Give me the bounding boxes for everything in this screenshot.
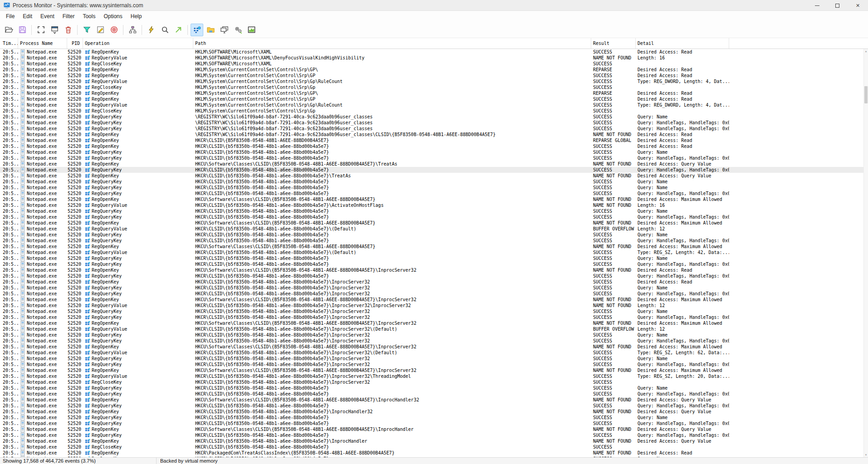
event-row[interactable]: 20:5...Notepad.exe52520RegOpenKey\REGIST… [0,132,868,137]
event-row[interactable]: 20:5...Notepad.exe52520RegOpenKeyHKCR\CL… [0,438,868,444]
event-row[interactable]: 20:5...Notepad.exe52520RegQueryValueHKLM… [0,102,868,108]
event-row[interactable]: 20:5...Notepad.exe52520RegQueryKeyHKCR\C… [0,432,868,438]
open-log-button[interactable] [2,24,15,36]
event-row[interactable]: 20:5...Notepad.exe52520RegQueryKeyHKCR\C… [0,208,868,214]
column-header-process-name[interactable]: Process Name [18,38,67,49]
event-row[interactable]: 20:5...Notepad.exe52520RegQueryKeyHKCR\C… [0,314,868,320]
column-header-pid[interactable]: PID [67,38,83,49]
column-header-detail[interactable]: Detail [636,38,729,49]
event-row[interactable]: 20:5...Notepad.exe52520RegOpenKeyHKCU\So… [0,426,868,432]
event-row[interactable]: 20:5...Notepad.exe52520RegCloseKeyHKLM\S… [0,84,868,90]
event-row[interactable]: 20:5...Notepad.exe52520RegOpenKeyHKCU\So… [0,220,868,226]
event-row[interactable]: 20:5...Notepad.exe52520RegOpenKeyHKCR\CL… [0,173,868,179]
event-row[interactable]: 20:5...Notepad.exe52520RegQueryKeyHKCR\C… [0,338,868,344]
event-row[interactable]: 20:5...Notepad.exe52520RegQueryValueHKCR… [0,303,868,308]
clear-display-button[interactable] [62,24,74,36]
show-process-tree-button[interactable] [126,24,139,36]
event-row[interactable]: 20:5...Notepad.exe52520RegQueryValueHKLM… [0,78,868,84]
event-row[interactable]: 20:5...Notepad.exe52520RegQueryValueHKCR… [0,373,868,379]
event-row[interactable]: 20:5...Notepad.exe52520RegOpenKeyHKCU\So… [0,196,868,202]
event-row[interactable]: 20:5...Notepad.exe52520RegQueryKey\REGIS… [0,114,868,120]
event-row[interactable]: 20:5...Notepad.exe52520RegOpenKeyHKCU\So… [0,367,868,373]
event-row-selected[interactable]: 20:5...Notepad.exe52520RegQueryKeyHKCR\C… [0,167,868,173]
capture-events-button[interactable] [34,24,47,36]
menu-options[interactable]: Options [99,12,126,21]
show-network-activity-button[interactable] [218,24,230,36]
event-row[interactable]: 20:5...Notepad.exe52520RegOpenKeyHKCU\So… [0,267,868,273]
column-header-path[interactable]: Path [193,38,591,49]
autoscroll-button[interactable] [48,24,61,36]
event-row[interactable]: 20:5...Notepad.exe52520RegCloseKeyHKLM\S… [0,61,868,67]
highlight-button[interactable] [94,24,107,36]
event-row[interactable]: 20:5...Notepad.exe52520RegQueryKeyHKCR\C… [0,361,868,367]
event-row[interactable]: 20:5...Notepad.exe52520RegQueryKeyHKCR\C… [0,332,868,338]
event-row[interactable]: 20:5...Notepad.exe52520RegQueryKeyHKCR\C… [0,291,868,297]
scroll-up-icon[interactable]: ▲ [864,49,868,54]
event-row[interactable]: 20:5...Notepad.exe52520RegQueryKey\REGIS… [0,120,868,126]
event-row[interactable]: 20:5...Notepad.exe52520RegOpenKeyHKCU\So… [0,320,868,326]
scroll-down-icon[interactable]: ▼ [864,453,868,457]
event-row[interactable]: 20:5...Notepad.exe52520RegQueryValueHKCR… [0,350,868,356]
column-header-operation[interactable]: Operation [83,38,193,49]
event-row[interactable]: 20:5...Notepad.exe52520RegOpenKeyHKLM\Sy… [0,96,868,102]
event-row[interactable]: 20:5...Notepad.exe52520RegQueryKeyHKCR\C… [0,185,868,190]
event-row[interactable]: 20:5...Notepad.exe52520RegQueryKeyHKCR\C… [0,261,868,267]
event-row[interactable]: 20:5...Notepad.exe52520RegOpenKeyHKLM\Sy… [0,90,868,96]
vertical-scrollbar[interactable]: ▲ ▼ [863,49,868,457]
minimize-button[interactable] [807,0,827,11]
event-row[interactable]: 20:5...Notepad.exe52520RegOpenKeyHKCU\So… [0,397,868,403]
event-row[interactable]: 20:5...Notepad.exe52520RegCloseKeyHKCR\C… [0,379,868,385]
close-button[interactable]: ✕ [848,0,868,11]
event-row[interactable]: 20:5...Notepad.exe52520RegQueryKeyHKCR\C… [0,356,868,361]
event-row[interactable]: 20:5...Notepad.exe52520RegQueryKeyHKCR\C… [0,285,868,291]
event-row[interactable]: 20:5...Notepad.exe52520RegQueryKeyHKCR\C… [0,179,868,185]
show-process-thread-activity-button[interactable] [231,24,244,36]
event-row[interactable]: 20:5...Notepad.exe52520RegQueryValueHKCR… [0,226,868,232]
menu-help[interactable]: Help [127,12,146,21]
enable-boot-logging-button[interactable] [145,24,157,36]
event-row[interactable]: 20:5...Notepad.exe52520RegOpenKeyHKCU\So… [0,244,868,249]
event-row[interactable]: 20:5...Notepad.exe52520RegQueryKeyHKCR\C… [0,403,868,409]
show-profiling-events-button[interactable] [245,24,258,36]
event-row[interactable]: 20:5...Notepad.exe52520RegQueryKeyHKCR\C… [0,238,868,244]
event-row[interactable]: 20:5...Notepad.exe52520RegOpenKeyHKLM\Sy… [0,67,868,73]
event-row[interactable]: 20:5...Notepad.exe52520RegQueryValueHKCR… [0,249,868,255]
event-row[interactable]: 20:5...Notepad.exe52520RegQueryKeyHKCR\C… [0,255,868,261]
event-row[interactable]: 20:5...Notepad.exe52520RegQueryKeyHKCR\C… [0,190,868,196]
event-row[interactable]: 20:5...Notepad.exe52520RegQueryValueHKCR… [0,326,868,332]
event-row[interactable]: 20:5...Notepad.exe52520RegQueryKeyHKCR\C… [0,155,868,161]
event-row[interactable]: 20:5...Notepad.exe52520RegQueryKeyHKCR\C… [0,415,868,420]
column-header-result[interactable]: Result [591,38,636,49]
find-button[interactable] [158,24,171,36]
menu-filter[interactable]: Filter [59,12,79,21]
event-row[interactable]: 20:5...Notepad.exe52520RegQueryKeyHKCR\C… [0,385,868,391]
include-process-from-window-button[interactable] [108,24,120,36]
jump-to-object-button[interactable] [172,24,185,36]
event-row[interactable]: 20:5...Notepad.exe52520RegOpenKeyHKLM\Sy… [0,73,868,78]
event-row[interactable]: 20:5...Notepad.exe52520RegQueryKeyHKCR\C… [0,420,868,426]
menu-event[interactable]: Event [36,12,59,21]
event-row[interactable]: 20:5...Notepad.exe52520RegQueryKeyHKCR\C… [0,391,868,397]
show-file-system-activity-button[interactable] [204,24,217,36]
show-registry-activity-button[interactable] [191,24,203,36]
column-header-tim[interactable]: Tim... [0,38,18,49]
event-row[interactable]: 20:5...Notepad.exe52520RegCloseKeyHKLM\S… [0,108,868,114]
menu-file[interactable]: File [2,12,19,21]
event-row[interactable]: 20:5...Notepad.exe52520RegCloseKeyHKCR\C… [0,444,868,450]
event-row[interactable]: 20:5...Notepad.exe52520RegQueryKeyHKCR\C… [0,308,868,314]
event-row[interactable]: 20:5...Notepad.exe52520RegQueryValueHKLM… [0,55,868,61]
event-row[interactable]: 20:5...Notepad.exe52520RegQueryKeyHKCR\C… [0,149,868,155]
event-row[interactable]: 20:5...Notepad.exe52520RegQueryKey\REGIS… [0,126,868,132]
event-row[interactable]: 20:5...Notepad.exe52520RegOpenKeyHKCR\Pa… [0,450,868,456]
event-row[interactable]: 20:5...Notepad.exe52520RegQueryValueHKCR… [0,202,868,208]
event-row[interactable]: 20:5...Notepad.exe52520RegOpenKeyHKCR\CL… [0,137,868,143]
event-row[interactable]: 20:5...Notepad.exe52520RegQueryKeyHKCR\C… [0,214,868,220]
event-row[interactable]: 20:5...Notepad.exe52520RegOpenKeyHKCR\CL… [0,143,868,149]
event-row[interactable]: 20:5...Notepad.exe52520RegOpenKeyHKCU\So… [0,344,868,350]
menu-edit[interactable]: Edit [19,12,36,21]
event-row[interactable]: 20:5...Notepad.exe52520RegQueryKeyHKCR\C… [0,273,868,279]
event-row[interactable]: 20:5...Notepad.exe52520RegOpenKeyHKCR\CL… [0,409,868,415]
filter-button[interactable] [80,24,93,36]
event-row[interactable]: 20:5...Notepad.exe52520RegOpenKeyHKLM\SO… [0,49,868,55]
event-row[interactable]: 20:5...Notepad.exe52520RegQueryKeyHKCR\C… [0,232,868,238]
